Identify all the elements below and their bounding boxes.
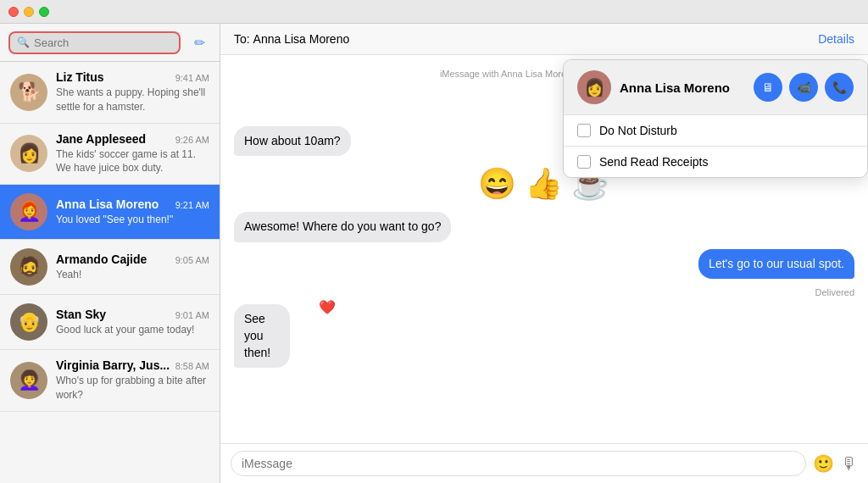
app-body: 🔍 ✏ 🐕Liz Titus9:41 AMShe wants a puppy. … [0,24,868,483]
popup-avatar: 👩 [577,70,611,104]
conversation-time: 9:01 AM [175,310,209,320]
emoji-icon[interactable]: 🙂 [813,453,834,474]
call-button[interactable]: 📞 [825,73,854,102]
conversation-preview: The kids' soccer game is at 11. We have … [56,147,209,176]
conversation-time: 9:26 AM [175,135,209,145]
details-button[interactable]: Details [818,32,854,46]
avatar: 🧔 [10,248,47,286]
avatar: 👩‍🦰 [10,193,47,230]
facetime-video-button[interactable]: 📹 [789,73,818,102]
message-row: Let's go to our usual spot. [234,249,854,280]
conversation-name: Anna Lisa Moreno [56,197,159,211]
do-not-disturb-label: Do Not Disturb [599,124,677,137]
search-icon: 🔍 [17,36,30,48]
chat-to-name: Anna Lisa Moreno [253,32,350,46]
chat-area: To: Anna Lisa Moreno Details iMessage wi… [220,24,868,483]
conversation-item-liz[interactable]: 🐕Liz Titus9:41 AMShe wants a puppy. Hopi… [0,62,220,124]
send-read-receipts-label: Send Read Receipts [599,155,708,169]
conversation-content: Jane Appleseed9:26 AMThe kids' soccer ga… [56,132,209,176]
conversation-name: Virginia Barry, Jus... [56,358,170,372]
message-bubble-sent: Let's go to our usual spot. [698,249,854,280]
conversation-item-armando[interactable]: 🧔Armando Cajide9:05 AMYeah! [0,240,220,295]
to-label: To: [234,32,250,46]
sidebar-header: 🔍 ✏ [0,24,220,62]
conversation-preview: Yeah! [56,268,209,282]
avatar: 🐕 [10,74,47,111]
conversation-preview: Good luck at your game today! [56,323,209,337]
compose-icon: ✏ [194,35,205,51]
message-input[interactable] [231,451,806,476]
phone-icon: 📞 [832,80,847,94]
message-bubble-received: See you then! [234,304,290,368]
conversation-time: 9:41 AM [175,73,209,83]
heart-reaction-badge: ❤️ [319,299,336,315]
conversation-item-jane[interactable]: 👩Jane Appleseed9:26 AMThe kids' soccer g… [0,124,220,186]
details-popup: 👩 Anna Lisa Moreno 🖥 📹 📞 Do [563,59,868,178]
avatar: 👩‍🦱 [10,362,47,399]
screen-share-button[interactable]: 🖥 [754,73,782,102]
message-row: Awesome! Where do you want to go? [234,212,854,242]
search-box[interactable]: 🔍 [8,31,181,54]
conversation-content: Liz Titus9:41 AMShe wants a puppy. Hopin… [56,70,209,114]
message-row: See you then! ❤️ [234,304,854,368]
message-bubble-received: Awesome! Where do you want to go? [234,212,451,242]
send-read-receipts-option[interactable]: Send Read Receipts [564,147,867,177]
traffic-lights [8,7,49,17]
popup-actions: 🖥 📹 📞 [754,73,854,102]
conversation-time: 9:21 AM [175,200,209,210]
delivered-label: Delivered [234,287,854,297]
conversation-content: Anna Lisa Moreno9:21 AMYou loved "See yo… [56,197,209,227]
heart-reaction-container: See you then! ❤️ [234,304,327,368]
title-bar [0,0,868,24]
minimize-button[interactable] [24,7,34,17]
conversation-time: 8:58 AM [175,361,209,371]
conversation-content: Armando Cajide9:05 AMYeah! [56,253,209,282]
chat-header: To: Anna Lisa Moreno Details [220,24,868,55]
search-input[interactable] [34,36,172,49]
conversation-content: Virginia Barry, Jus...8:58 AMWho's up fo… [56,358,209,402]
send-read-receipts-checkbox[interactable] [577,155,591,169]
conversation-preview: You loved "See you then!" [56,213,209,227]
conversation-content: Stan Sky9:01 AMGood luck at your game to… [56,308,209,337]
avatar-emoji: 👩 [584,77,605,97]
conversation-preview: Who's up for grabbing a bite after work? [56,374,209,402]
do-not-disturb-checkbox[interactable] [577,124,591,137]
conversation-name: Armando Cajide [56,253,147,266]
conversation-item-stan[interactable]: 👴Stan Sky9:01 AMGood luck at your game t… [0,295,220,350]
conversation-name: Jane Appleseed [56,132,146,146]
popup-header: 👩 Anna Lisa Moreno 🖥 📹 📞 [564,60,867,115]
maximize-button[interactable] [39,7,49,17]
avatar: 👩 [10,135,47,172]
avatar: 👴 [10,303,47,341]
message-bubble-received: How about 10am? [234,126,351,157]
conversation-list: 🐕Liz Titus9:41 AMShe wants a puppy. Hopi… [0,62,220,483]
conversation-time: 9:05 AM [175,255,209,265]
sidebar: 🔍 ✏ 🐕Liz Titus9:41 AMShe wants a puppy. … [0,24,220,483]
conversation-item-virginia[interactable]: 👩‍🦱Virginia Barry, Jus...8:58 AMWho's up… [0,350,220,412]
conversation-item-anna[interactable]: 👩‍🦰Anna Lisa Moreno9:21 AMYou loved "See… [0,185,220,240]
screen-share-icon: 🖥 [762,80,774,94]
popup-contact-name: Anna Lisa Moreno [620,80,745,95]
conversation-name: Liz Titus [56,70,104,84]
video-camera-icon: 📹 [797,80,811,94]
chat-to: To: Anna Lisa Moreno [234,32,349,46]
close-button[interactable] [8,7,19,17]
chat-input-area: 🙂 🎙 [220,443,868,483]
do-not-disturb-option[interactable]: Do Not Disturb [564,115,867,147]
microphone-icon[interactable]: 🎙 [841,454,858,474]
conversation-preview: She wants a puppy. Hoping she'll settle … [56,86,209,114]
conversation-name: Stan Sky [56,308,106,321]
compose-button[interactable]: ✏ [187,31,211,54]
